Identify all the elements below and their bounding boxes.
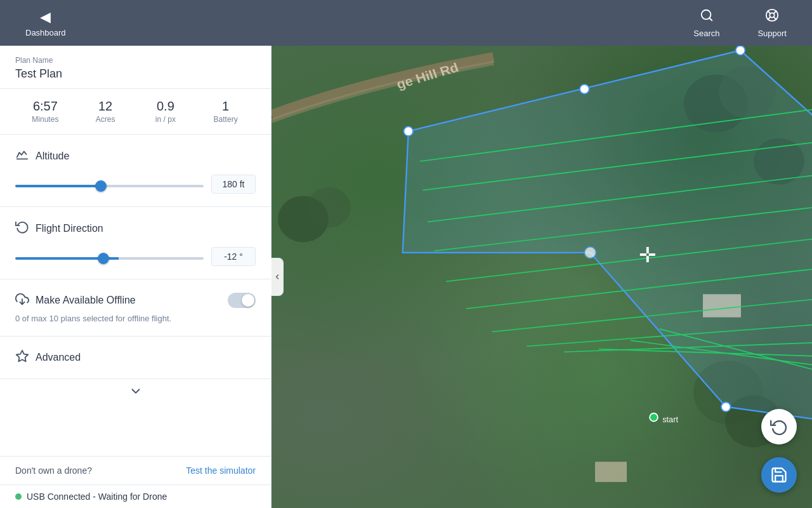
plan-name-label: Plan Name [15, 56, 256, 65]
status-bar: USB Connected - Waiting for Drone [0, 485, 271, 508]
altitude-title: Altitude [15, 147, 256, 164]
search-nav-item[interactable]: Search [681, 8, 732, 38]
advanced-section: Advanced [0, 337, 271, 379]
svg-text:ge Hill Rd: ge Hill Rd [395, 60, 461, 91]
svg-point-15 [754, 138, 804, 185]
stat-battery: 1 Battery [195, 99, 256, 124]
status-text: USB Connected - Waiting for Drone [27, 491, 167, 502]
map-area[interactable]: ge Hill Rd [272, 46, 812, 508]
stat-inpx-value: 0.9 [136, 99, 196, 114]
altitude-slider[interactable] [15, 185, 204, 187]
road-overlay: ge Hill Rd [272, 46, 812, 508]
altitude-slider-row: 180 ft [15, 175, 256, 194]
svg-marker-10 [16, 351, 28, 361]
test-simulator-link[interactable]: Test the simulator [186, 465, 256, 476]
stat-minutes-label: Minutes [15, 115, 75, 124]
main-content: Plan Name Test Plan 6:57 Minutes 12 Acre… [0, 46, 812, 508]
altitude-slider-container [15, 178, 204, 190]
offline-label: Make Available Offline [36, 295, 136, 306]
support-label: Support [757, 29, 787, 38]
stats-row: 6:57 Minutes 12 Acres 0.9 in / px 1 Batt… [0, 89, 271, 135]
svg-line-6 [774, 11, 776, 13]
offline-title: Make Available Offline [15, 292, 136, 309]
flight-direction-value: -12 ° [211, 247, 256, 266]
top-navigation: ◀ Dashboard Search Support [0, 0, 812, 46]
svg-rect-21 [595, 462, 627, 482]
svg-line-19 [405, 150, 690, 439]
svg-line-18 [398, 161, 684, 450]
flight-direction-section: Flight Direction -12 ° [0, 207, 271, 279]
advanced-icon [15, 349, 29, 366]
stat-acres-label: Acres [75, 115, 136, 124]
advanced-title: Advanced [15, 349, 256, 366]
stat-battery-value: 1 [195, 99, 256, 114]
flight-direction-slider-container [15, 251, 204, 262]
support-icon [765, 8, 779, 26]
sidebar: Plan Name Test Plan 6:57 Minutes 12 Acre… [0, 46, 272, 508]
expand-button[interactable] [0, 379, 271, 403]
svg-line-7 [768, 17, 771, 19]
undo-button[interactable] [761, 409, 797, 444]
altitude-label: Altitude [36, 150, 69, 162]
advanced-label: Advanced [36, 352, 81, 363]
svg-point-14 [719, 66, 776, 118]
flight-direction-title: Flight Direction [15, 220, 256, 237]
stat-acres-value: 12 [75, 99, 136, 114]
flight-direction-slider[interactable] [15, 257, 204, 260]
dashboard-icon: ◀ [40, 9, 51, 25]
save-button[interactable] [761, 457, 797, 493]
offline-icon [15, 292, 29, 309]
altitude-icon [15, 147, 29, 164]
stat-acres: 12 Acres [75, 99, 136, 124]
search-icon [700, 8, 714, 26]
stat-minutes: 6:57 Minutes [15, 99, 75, 124]
svg-line-5 [774, 17, 776, 19]
svg-line-4 [768, 11, 771, 13]
offline-subtitle: 0 of max 10 plans selected for offline f… [15, 314, 256, 323]
plan-name-value: Test Plan [15, 67, 256, 81]
flight-direction-slider-row: -12 ° [15, 247, 256, 266]
svg-rect-20 [703, 294, 741, 317]
altitude-section: Altitude 180 ft [0, 135, 271, 207]
altitude-value: 180 ft [211, 175, 256, 194]
search-label: Search [693, 29, 719, 38]
dashboard-nav-item[interactable]: ◀ Dashboard [13, 9, 79, 37]
dashboard-label: Dashboard [25, 28, 66, 37]
flight-direction-label: Flight Direction [36, 223, 103, 234]
status-dot [15, 493, 22, 500]
stat-inpx: 0.9 in / px [136, 99, 196, 124]
svg-point-12 [306, 187, 351, 228]
offline-section: Make Available Offline 0 of max 10 plans… [0, 279, 271, 337]
collapse-sidebar-button[interactable] [271, 258, 284, 296]
plan-name-section: Plan Name Test Plan [0, 46, 271, 89]
dont-own-text: Don't own a drone? [15, 465, 92, 476]
offline-header: Make Available Offline [15, 292, 256, 309]
flight-direction-icon [15, 220, 29, 237]
stat-minutes-value: 6:57 [15, 99, 75, 114]
offline-toggle[interactable] [228, 293, 256, 308]
svg-line-1 [709, 18, 712, 20]
support-nav-item[interactable]: Support [745, 8, 799, 38]
bottom-bar: Don't own a drone? Test the simulator [0, 456, 271, 485]
stat-battery-label: Battery [195, 115, 256, 124]
stat-inpx-label: in / px [136, 115, 196, 124]
